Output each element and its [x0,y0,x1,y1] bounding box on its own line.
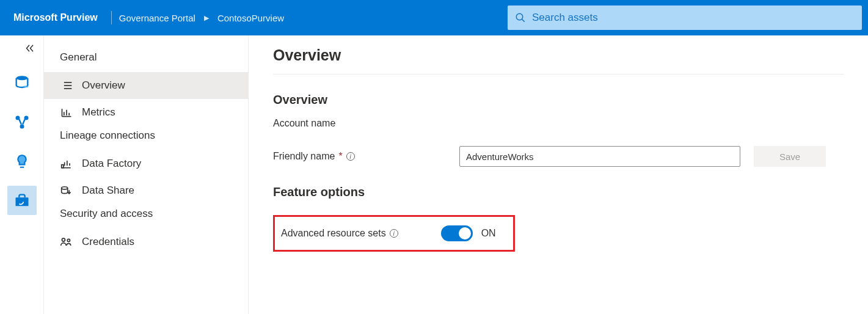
search-icon [515,12,526,23]
brand-title: Microsoft Purview [0,12,111,23]
page-title: Overview [273,46,844,75]
friendly-name-label: Friendly name * i [273,151,459,162]
svg-rect-7 [15,197,28,206]
sidebar-group-security: Security and access [44,204,248,228]
nav-rail [0,35,44,314]
sidebar-item-label: Overview [82,79,125,92]
sidebar: General Overview Metrics Lineage connect… [44,35,249,314]
app-header: Microsoft Purview Governance Portal ▶ Co… [0,0,868,35]
sidebar-item-label: Data Share [82,184,134,197]
svg-point-24 [62,187,68,189]
rail-item-data-catalog[interactable] [7,68,37,98]
svg-point-6 [20,125,24,129]
svg-point-3 [23,86,28,87]
section-feature-heading: Feature options [273,185,844,199]
toggle-state-label: ON [481,228,496,239]
sidebar-item-label: Credentials [82,236,134,248]
data-share-icon [60,185,73,196]
search-box[interactable] [508,5,862,30]
sidebar-item-label: Data Factory [82,158,141,170]
metrics-icon [60,107,73,118]
sidebar-group-lineage: Lineage connections [44,126,248,150]
svg-point-26 [67,239,70,241]
rail-item-insights[interactable] [7,147,37,176]
rail-item-data-map[interactable] [7,108,37,137]
chevron-right-icon: ▶ [204,14,209,22]
lightbulb-icon [14,153,30,170]
sidebar-item-data-share[interactable]: Data Share [44,177,248,204]
toolbox-icon [13,192,31,209]
breadcrumb-account[interactable]: ContosoPurview [217,13,284,23]
toggle-knob [459,227,471,239]
friendly-name-input[interactable] [459,146,740,167]
sidebar-item-metrics[interactable]: Metrics [44,99,248,126]
factory-icon [60,158,73,169]
required-asterisk: * [338,151,342,162]
divider [111,11,112,24]
info-icon[interactable]: i [390,229,398,238]
svg-line-1 [522,20,525,22]
credentials-icon [60,236,73,247]
svg-point-0 [516,13,523,20]
adv-resource-sets-toggle[interactable] [441,225,473,241]
info-icon[interactable]: i [346,152,355,161]
rail-item-management[interactable] [7,186,37,215]
account-name-label: Account name [273,118,459,129]
branch-icon [13,114,31,131]
sidebar-item-label: Metrics [82,106,115,119]
sidebar-group-general: General [44,48,248,72]
adv-resource-sets-label: Advanced resource sets i [281,228,398,239]
save-button[interactable]: Save [754,146,826,167]
section-overview-heading: Overview [273,93,844,107]
sidebar-item-credentials[interactable]: Credentials [44,228,248,255]
breadcrumb: Governance Portal ▶ ContosoPurview [119,13,284,23]
svg-point-2 [16,76,27,80]
sidebar-item-overview[interactable]: Overview [44,72,248,99]
svg-point-25 [62,238,65,241]
search-input[interactable] [532,12,855,24]
main-content: Overview Overview Account name Friendly … [249,35,868,314]
collapse-rail-button[interactable] [24,40,43,59]
list-icon [60,81,73,90]
sidebar-item-data-factory[interactable]: Data Factory [44,150,248,177]
database-icon [13,75,31,92]
breadcrumb-portal[interactable]: Governance Portal [119,13,195,23]
highlighted-region: Advanced resource sets i ON [273,215,515,252]
